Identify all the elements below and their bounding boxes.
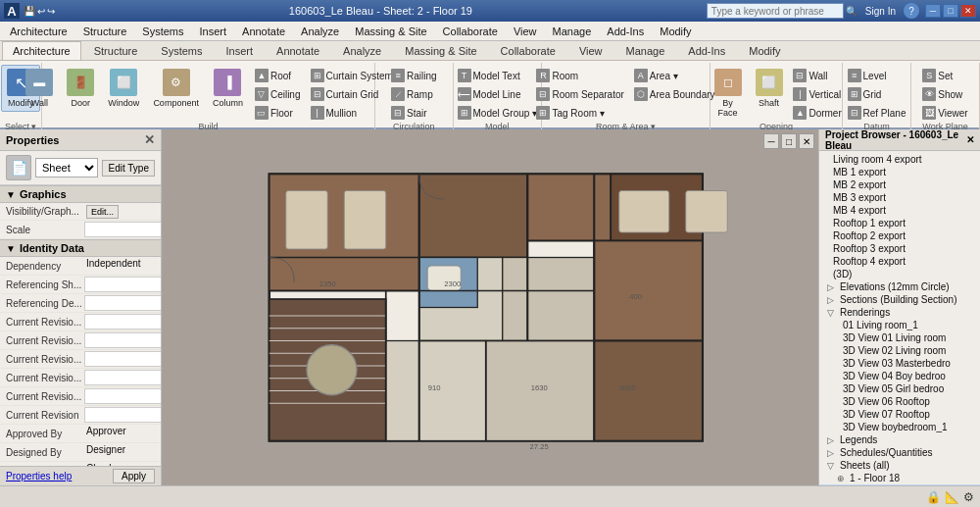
window-button[interactable]: ⬜ Window [102, 65, 145, 112]
canvas-close-button[interactable]: ✕ [799, 133, 814, 149]
pb-item-mb3[interactable]: MB 3 export [819, 191, 980, 204]
cur-rev5-value[interactable] [84, 388, 161, 404]
pb-item-mb4[interactable]: MB 4 export [819, 204, 980, 217]
measure-icon[interactable]: 📐 [945, 490, 959, 504]
stair-button[interactable]: ⊟Stair [387, 104, 441, 122]
show-button[interactable]: 👁Show [918, 85, 971, 103]
properties-apply-button[interactable]: Apply [113, 469, 155, 483]
vertical-button[interactable]: |Vertical [789, 85, 845, 103]
pb-group-schedules[interactable]: ▷ Schedules/Quantities [819, 446, 980, 459]
minimize-btn[interactable]: ─ [925, 4, 941, 18]
ramp-button[interactable]: ⟋Ramp [387, 85, 441, 103]
ref-de-value[interactable] [84, 295, 161, 311]
pb-group-sections[interactable]: ▷ Sections (Building Section) [819, 293, 980, 306]
tab-insert[interactable]: Insert [216, 41, 265, 60]
pb-item-rooftop3[interactable]: Rooftop 3 export [819, 242, 980, 255]
properties-close-button[interactable]: ✕ [144, 132, 155, 147]
area-button[interactable]: AArea ▾ [630, 67, 719, 84]
room-separator-button[interactable]: ⊟Room Separator [532, 85, 627, 103]
pb-item-rooftop1[interactable]: Rooftop 1 export [819, 217, 980, 229]
pb-item-mb1[interactable]: MB 1 export [819, 166, 980, 178]
canvas-maximize-button[interactable]: □ [781, 133, 797, 149]
cur-rev2-value[interactable] [84, 332, 161, 348]
identity-data-section-header[interactable]: ▼Identity Data [0, 239, 161, 257]
tab-architecture[interactable]: Architecture [2, 41, 81, 60]
menu-architecture[interactable]: Architecture [2, 24, 75, 39]
canvas-minimize-button[interactable]: ─ [763, 133, 779, 149]
save-icon[interactable]: 💾 [24, 6, 35, 17]
close-btn[interactable]: ✕ [960, 4, 976, 18]
tag-room-button[interactable]: ⊞Tag Room ▾ [532, 104, 627, 122]
model-line-button[interactable]: ⟵Model Line [454, 85, 542, 103]
tab-structure[interactable]: Structure [83, 41, 149, 60]
project-browser-tree[interactable]: Living room 4 export MB 1 export MB 2 ex… [819, 151, 980, 485]
cur-rev3-value[interactable] [84, 351, 161, 367]
search-input[interactable] [707, 3, 844, 19]
component-button[interactable]: ⚙ Component [147, 65, 205, 112]
door-button[interactable]: 🚪 Door [61, 65, 100, 112]
cur-rev4-value[interactable] [84, 370, 161, 385]
by-face-button[interactable]: ◻ By Face [707, 65, 748, 122]
pb-item-3dview01[interactable]: 3D View 01 Living room [819, 331, 980, 344]
tab-systems[interactable]: Systems [150, 41, 213, 60]
pb-item-3dview02[interactable]: 3D View 02 Living room [819, 344, 980, 357]
pb-group-floor18[interactable]: ⊕ 1 - Floor 18 [819, 472, 980, 484]
menu-structure[interactable]: Structure [75, 24, 135, 39]
pb-group-elevations[interactable]: ▷ Elevations (12mm Circle) [819, 280, 980, 293]
undo-icon[interactable]: ↩ [37, 6, 45, 17]
pb-item-rooftop4[interactable]: Rooftop 4 export [819, 255, 980, 268]
model-group-button[interactable]: ⊞Model Group ▾ [454, 104, 542, 122]
pb-item-01living[interactable]: 01 Living room_1 [819, 319, 980, 331]
pb-item-3dview06[interactable]: 3D View 06 Rooftop [819, 395, 980, 408]
menu-systems[interactable]: Systems [134, 24, 191, 39]
railing-button[interactable]: ≡Railing [387, 67, 441, 84]
menu-modify[interactable]: Modify [652, 24, 699, 39]
pb-item-3dview07[interactable]: 3D View 07 Rooftop [819, 408, 980, 421]
tab-annotate[interactable]: Annotate [266, 41, 330, 60]
type-dropdown[interactable]: Sheet [35, 158, 98, 177]
room-button[interactable]: RRoom [532, 67, 627, 84]
menu-manage[interactable]: Manage [545, 24, 600, 39]
pb-item-mb2[interactable]: MB 2 export [819, 178, 980, 191]
project-browser-close-button[interactable]: ✕ [966, 134, 974, 145]
roof-button[interactable]: ▲Roof [251, 67, 305, 84]
edit-type-button[interactable]: Edit Type [102, 160, 155, 177]
visibility-edit-button[interactable]: Edit... [86, 205, 119, 219]
properties-help-link[interactable]: Properties help [6, 471, 72, 482]
pb-item-rooftop2[interactable]: Rooftop 2 export [819, 229, 980, 242]
pb-item-3dviewboy[interactable]: 3D View boybedroom_1 [819, 421, 980, 433]
cur-rev6-value[interactable] [84, 407, 161, 423]
tab-modify[interactable]: Modify [738, 41, 791, 60]
area-boundary-button[interactable]: ⬡Area Boundary [630, 85, 719, 103]
graphics-section-header[interactable]: ▼Graphics [0, 185, 161, 203]
tab-massing[interactable]: Massing & Site [394, 41, 487, 60]
grid-button[interactable]: ⊞Grid [844, 85, 910, 103]
menu-annotate[interactable]: Annotate [234, 24, 293, 39]
pb-item-3dview05[interactable]: 3D View 05 Girl bedroo [819, 382, 980, 395]
tab-addins[interactable]: Add-Ins [677, 41, 736, 60]
dormer-button[interactable]: ▲Dormer [789, 104, 845, 122]
menu-view[interactable]: View [506, 24, 545, 39]
tab-view[interactable]: View [568, 41, 613, 60]
wall-opening-button[interactable]: ⊟Wall [789, 67, 845, 84]
floor-button[interactable]: ▭Floor [251, 104, 305, 122]
wall-button[interactable]: ▬ Wall [20, 65, 59, 112]
menu-addins[interactable]: Add-Ins [599, 24, 652, 39]
scale-value[interactable] [84, 222, 161, 237]
tab-collaborate[interactable]: Collaborate [490, 41, 566, 60]
pb-item-3d[interactable]: (3D) [819, 268, 980, 280]
model-text-button[interactable]: TModel Text [454, 67, 542, 84]
canvas-area[interactable]: ─ □ ✕ [162, 129, 818, 485]
ref-sh-value[interactable] [84, 277, 161, 292]
pb-item-3dview03[interactable]: 3D View 03 Masterbedro [819, 357, 980, 370]
pb-item-living-room-4[interactable]: Living room 4 export [819, 153, 980, 166]
menu-insert[interactable]: Insert [192, 24, 235, 39]
settings-icon[interactable]: ⚙ [963, 490, 974, 504]
pb-item-3dview04[interactable]: 3D View 04 Boy bedroo [819, 370, 980, 382]
pb-group-sheets[interactable]: ▽ Sheets (all) [819, 459, 980, 472]
cur-rev1-value[interactable] [84, 314, 161, 330]
shaft-button[interactable]: ⬜ Shaft [751, 65, 788, 112]
redo-icon[interactable]: ↪ [47, 6, 55, 17]
menu-massing[interactable]: Massing & Site [347, 24, 434, 39]
column-button[interactable]: ▐ Column [207, 65, 249, 112]
